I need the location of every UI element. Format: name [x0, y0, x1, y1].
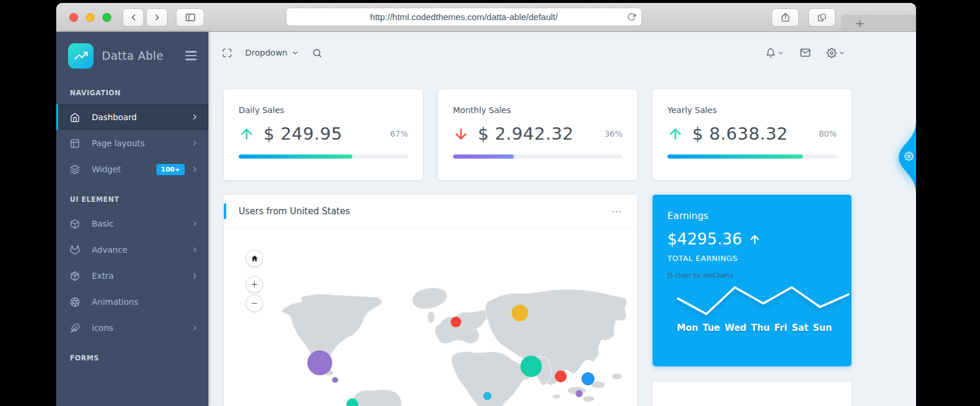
stat-progress-track — [453, 154, 622, 159]
topbar: Dropdown — [208, 32, 916, 73]
sidebar-item-basic[interactable]: Basic — [56, 211, 208, 237]
stat-card-yearly-sales: Yearly Sales$ 8.638.3280% — [653, 89, 852, 180]
world-map-area — [224, 228, 637, 406]
bell-icon — [766, 48, 776, 58]
sidebar-item-dashboard[interactable]: Dashboard — [56, 104, 208, 130]
box-icon — [70, 219, 80, 229]
stat-progress-fill — [239, 154, 352, 159]
world-map — [278, 281, 628, 406]
maximize-icon — [222, 48, 232, 58]
map-zoom-in-button[interactable] — [246, 276, 263, 293]
fullscreen-button[interactable] — [222, 48, 232, 58]
day-label: Wed — [725, 323, 747, 333]
refresh-icon — [627, 12, 636, 21]
island-se-4 — [552, 394, 561, 399]
new-tab-button[interactable]: + — [851, 15, 869, 31]
sidebar-item-label: Basic — [92, 219, 191, 228]
plus-icon — [250, 280, 259, 289]
sidebar-item-label: Page layouts — [92, 138, 191, 148]
arrow-down-icon — [453, 126, 469, 142]
map-bubble[interactable] — [332, 377, 338, 383]
stat-progress-fill — [453, 154, 514, 159]
topbar-dropdown-label: Dropdown — [245, 48, 287, 57]
aperture-icon — [70, 297, 80, 307]
sidebar-item-extra[interactable]: Extra — [56, 263, 208, 289]
messages-button[interactable] — [800, 47, 811, 58]
brand-logo[interactable] — [68, 43, 94, 69]
earnings-value-row: $4295.36 — [667, 230, 837, 248]
sidebar-item-label: Widget — [92, 165, 156, 174]
chevron-right-icon — [191, 139, 199, 147]
search-button[interactable] — [312, 48, 322, 58]
earnings-subtitle: TOTAL EARNINGS — [667, 254, 837, 263]
map-bubble[interactable] — [555, 370, 567, 382]
user-settings-button[interactable] — [827, 48, 845, 58]
map-zoom-out-button[interactable] — [246, 295, 263, 312]
map-home-button[interactable] — [246, 250, 263, 267]
sidebar-item-animations[interactable]: Animations — [56, 289, 208, 315]
stat-progress-fill — [667, 154, 803, 159]
maximize-window-button[interactable] — [102, 13, 111, 22]
back-button[interactable] — [123, 8, 144, 27]
map-bubble[interactable] — [451, 317, 461, 327]
close-window-button[interactable] — [69, 13, 78, 22]
chevron-down-icon — [291, 49, 299, 57]
topbar-dropdown[interactable]: Dropdown — [245, 48, 299, 57]
day-label: Tue — [703, 323, 720, 333]
forward-button[interactable] — [146, 8, 168, 27]
share-button[interactable] — [772, 8, 799, 27]
earnings-sparkline — [674, 281, 852, 319]
stat-progress-track — [667, 154, 837, 159]
notifications-button[interactable] — [766, 48, 784, 58]
sidebar-item-label: Extra — [92, 271, 191, 281]
main-area: Dropdown — [208, 32, 916, 406]
arrow-up-icon — [239, 126, 255, 142]
map-bubble[interactable] — [520, 356, 542, 377]
card-menu-button[interactable] — [611, 206, 622, 217]
amcharts-credit: JS chart by amCharts — [667, 272, 837, 279]
mail-icon — [800, 47, 811, 58]
map-bubble[interactable] — [576, 390, 583, 397]
brand-name: Datta Able — [102, 49, 163, 62]
sidebar-item-page-layouts[interactable]: Page layouts — [56, 130, 208, 156]
users-card-header: Users from United States — [224, 195, 637, 228]
stat-title: Yearly Sales — [667, 105, 837, 115]
layers-icon — [70, 165, 80, 175]
browser-chrome: http://html.codedthemes.com/datta-able/d… — [56, 3, 916, 32]
island-se-3 — [612, 373, 622, 379]
chevron-right-icon — [191, 220, 199, 228]
sidebar-item-label: Advance — [92, 245, 191, 254]
nav-section-forms: FORMS — [56, 354, 208, 362]
earnings-value: $4295.36 — [667, 230, 742, 248]
map-bubble[interactable] — [483, 392, 491, 400]
sidebar-item-widget[interactable]: Widget100+ — [56, 156, 208, 182]
chevron-down-icon — [777, 50, 784, 56]
stat-title: Monthly Sales — [453, 105, 622, 115]
minimize-window-button[interactable] — [86, 13, 95, 22]
partial-card-below — [653, 382, 852, 406]
item-badge: 100+ — [156, 164, 185, 175]
sidebar-item-advance[interactable]: Advance — [56, 237, 208, 263]
map-bubble[interactable] — [512, 305, 528, 321]
map-bubble[interactable] — [307, 350, 332, 375]
sidebar-item-label: Animations — [92, 297, 199, 307]
sidebar-toggle-button[interactable] — [176, 8, 204, 27]
app-body: Datta Able NAVIGATIONDashboardPage layou… — [56, 32, 916, 406]
layout-icon — [70, 138, 80, 149]
sidebar-item-icons[interactable]: icons — [56, 315, 208, 341]
refresh-button[interactable] — [627, 12, 636, 23]
stats-row: Daily Sales$ 249.9567%Monthly Sales$ 2.9… — [224, 89, 852, 180]
continent-south-america — [352, 389, 401, 406]
sidebar-collapse-button[interactable] — [183, 49, 199, 62]
stat-value: $ 249.95 — [264, 124, 342, 144]
map-bubble[interactable] — [581, 372, 595, 385]
url-text: http://html.codedthemes.com/datta-able/d… — [370, 12, 558, 22]
users-map-card: Users from United States — [224, 195, 637, 406]
sidebar-item-label: Dashboard — [92, 112, 191, 122]
chevron-right-icon — [191, 272, 199, 280]
day-label: Sat — [792, 323, 808, 333]
show-tabs-button[interactable] — [808, 8, 836, 27]
trending-up-icon — [75, 49, 88, 62]
config-tab-button[interactable] — [896, 121, 916, 194]
url-bar[interactable]: http://html.codedthemes.com/datta-able/d… — [286, 8, 642, 26]
